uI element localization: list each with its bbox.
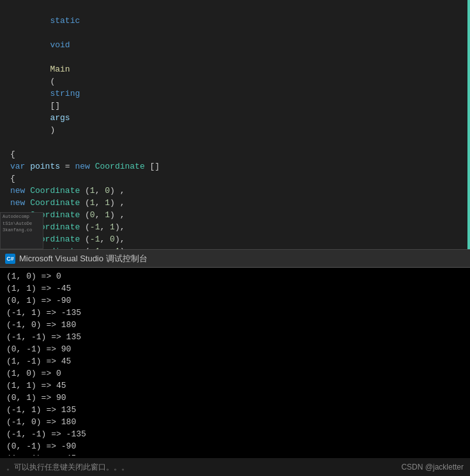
code-line-4: { (5, 173, 470, 185)
debug-output-line: (1, 0) => 0 (6, 270, 464, 282)
editor-area: static void Main ( string [] args ) { va… (0, 0, 470, 249)
param-args: args (50, 113, 70, 123)
vs-logo: C# (6, 256, 14, 262)
kw-void: void (50, 40, 70, 50)
debug-output-line: (0, 1) => 90 (6, 392, 464, 404)
debug-output-line: (-1, 0) => 180 (6, 416, 464, 428)
debug-output-line: (0, -1) => 90 (6, 343, 464, 355)
debug-output-line: (0, -1) => -90 (6, 440, 464, 452)
thumb-text-3: 3kanfang.co (1, 227, 43, 233)
debug-panel: C# Microsoft Visual Studio 调试控制台 (1, 0) … (0, 249, 470, 476)
debug-title: Microsoft Visual Studio 调试控制台 (19, 253, 148, 265)
code-content: static void Main ( string [] args ) { va… (0, 0, 470, 249)
kw-static: static (50, 16, 80, 26)
code-line-5: new Coordinate (1, 0) , (5, 185, 470, 197)
thumb-text-1: Autodecomp (1, 213, 43, 220)
debug-output-line: (-1, 1) => -135 (6, 307, 464, 319)
kw-string: string (50, 89, 80, 98)
code-line-2: { (5, 148, 470, 160)
debug-header: C# Microsoft Visual Studio 调试控制台 (0, 250, 470, 268)
right-scrollbar[interactable] (467, 0, 470, 249)
debug-output-lines: (1, 0) => 0(1, 1) => -45(0, 1) => -90(-1… (6, 270, 464, 456)
code-line-1: static void Main ( string [] args ) (5, 3, 470, 148)
code-line-7: new Coordinate (0, 1) , (5, 209, 470, 221)
debug-icon: C# (5, 254, 15, 264)
debug-output-line: (1, 1) => -45 (6, 282, 464, 295)
thumb-text-2: tS1n\AutoDe (1, 220, 43, 227)
debug-output-line: (-1, 1) => 135 (6, 404, 464, 416)
debug-output-line: (-1, -1) => -135 (6, 428, 464, 440)
footer-left-text: 。可以执行任意键关闭此窗口。。。 (6, 462, 129, 473)
code-line-9: new Coordinate (-1, 0), (5, 233, 470, 245)
debug-output-line: (1, -1) => 45 (6, 355, 464, 367)
code-line-6: new Coordinate (1, 1) , (5, 197, 470, 209)
debug-output-line: (0, 1) => -90 (6, 295, 464, 307)
side-thumbnail: Autodecomp tS1n\AutoDe 3kanfang.co (0, 212, 43, 249)
debug-output-line: (1, -1) => -45 (6, 452, 464, 456)
debug-output-line: (-1, 0) => 180 (6, 319, 464, 331)
footer-right-text: CSDN @jackletter (401, 463, 464, 472)
debug-output-line: (1, 1) => 45 (6, 380, 464, 392)
fn-main: Main (50, 65, 70, 74)
code-line-8: new Coordinate (-1, 1), (5, 221, 470, 233)
debug-output: (1, 0) => 0(1, 1) => -45(0, 1) => -90(-1… (0, 268, 470, 456)
debug-output-line: (-1, -1) => 135 (6, 331, 464, 343)
code-line-3: var points = new Coordinate [] (5, 160, 470, 173)
debug-footer: 。可以执行任意键关闭此窗口。。。 CSDN @jackletter (0, 458, 470, 476)
app-window: static void Main ( string [] args ) { va… (0, 0, 470, 476)
debug-output-line: (1, 0) => 0 (6, 367, 464, 380)
